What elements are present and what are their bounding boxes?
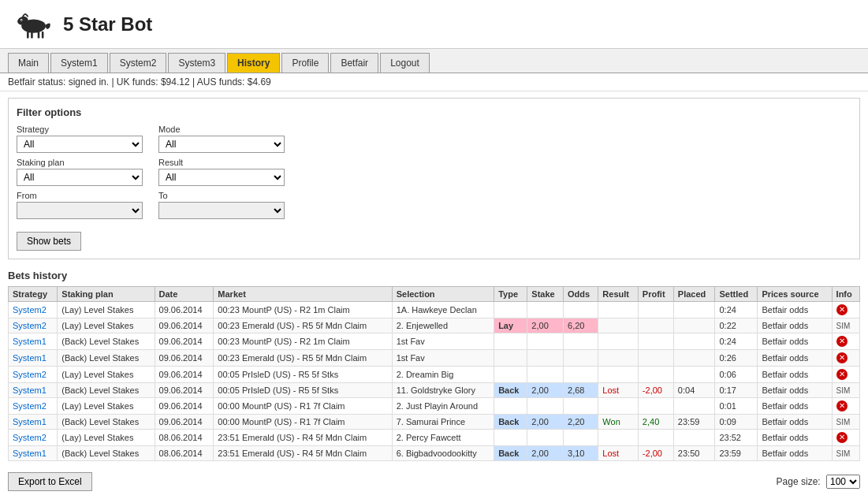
cell-stake: [527, 302, 564, 318]
cell-prices-source: Betfair odds: [758, 367, 832, 383]
cell-settled: 0:26: [715, 350, 758, 367]
tab-betfair[interactable]: Betfair: [330, 53, 378, 73]
col-staking: Staking plan: [58, 287, 155, 302]
tab-history[interactable]: History: [227, 53, 280, 73]
cell-info: ✕: [832, 367, 859, 383]
strategy-link[interactable]: System2: [13, 370, 47, 379]
cell-info: ✕: [832, 350, 859, 367]
col-prices-source: Prices source: [758, 287, 832, 302]
filter-title: Filter options: [17, 106, 851, 118]
strategy-link[interactable]: System2: [13, 401, 47, 411]
cell-market: 00:23 Emerald (US) - R5 5f Mdn Claim: [214, 318, 392, 333]
cell-placed: [673, 430, 715, 446]
strategy-select[interactable]: All: [17, 136, 143, 153]
delete-icon[interactable]: ✕: [836, 369, 848, 380]
svg-rect-3: [31, 32, 33, 39]
tab-logout[interactable]: Logout: [380, 53, 430, 73]
delete-icon[interactable]: ✕: [836, 336, 848, 347]
cell-result: [598, 430, 639, 446]
cell-settled: 0:24: [715, 333, 758, 350]
tab-profile[interactable]: Profile: [281, 53, 329, 73]
mode-select[interactable]: All: [158, 136, 285, 153]
staking-select[interactable]: All: [17, 169, 143, 186]
export-excel-button[interactable]: Export to Excel: [8, 472, 92, 491]
cell-prices-source: Betfair odds: [758, 398, 832, 415]
cell-selection: 2. Percy Fawcett: [392, 430, 494, 446]
cell-strategy: System2: [9, 398, 58, 415]
cell-profit: [638, 302, 673, 318]
strategy-link[interactable]: System1: [13, 449, 47, 458]
status-text: Betfair status: signed in. | UK funds: $…: [8, 76, 271, 88]
strategy-link[interactable]: System1: [13, 337, 47, 346]
cell-staking: (Lay) Level Stakes: [58, 318, 155, 333]
filter-staking-group: Staking plan All: [17, 158, 143, 186]
filter-row-1: Strategy All Mode All: [17, 125, 851, 153]
cell-strategy: System2: [9, 367, 58, 383]
cell-odds: 2,68: [564, 383, 598, 398]
page-size-select[interactable]: 100 50 25: [826, 475, 860, 489]
nav-bar: Main System1 System2 System3 History Pro…: [0, 49, 868, 73]
col-type: Type: [494, 287, 527, 302]
cell-market: 00:23 MountP (US) - R2 1m Claim: [214, 302, 392, 318]
cell-date: 09.06.2014: [155, 350, 214, 367]
cell-odds: [564, 350, 598, 367]
cell-type: [494, 430, 527, 446]
to-select[interactable]: [158, 202, 285, 219]
delete-icon[interactable]: ✕: [836, 400, 848, 411]
filter-section: Filter options Strategy All Mode All Sta…: [8, 98, 860, 259]
strategy-link[interactable]: System2: [13, 321, 47, 330]
cell-type: [494, 333, 527, 350]
col-strategy: Strategy: [9, 287, 58, 302]
tab-main[interactable]: Main: [8, 53, 49, 73]
cell-result: [598, 333, 639, 350]
cell-staking: (Back) Level Stakes: [58, 333, 155, 350]
delete-icon[interactable]: ✕: [836, 304, 848, 315]
filter-to-group: To: [158, 191, 285, 219]
cell-prices-source: Betfair odds: [758, 302, 832, 318]
cell-placed: [673, 398, 715, 415]
cell-date: 09.06.2014: [155, 367, 214, 383]
cell-profit: -2,00: [638, 446, 673, 461]
svg-rect-5: [42, 32, 44, 39]
strategy-link[interactable]: System2: [13, 305, 47, 315]
filter-row-2: Staking plan All Result All: [17, 158, 851, 186]
from-label: From: [17, 191, 143, 200]
cell-result: [598, 350, 639, 367]
app-title: 5 Star Bot: [63, 13, 152, 35]
cell-strategy: System1: [9, 415, 58, 430]
cell-placed: 23:50: [673, 446, 715, 461]
bets-history-section: Bets history Strategy Staking plan Date …: [0, 266, 868, 465]
mode-label: Mode: [158, 125, 285, 134]
cell-type: Lay: [494, 318, 527, 333]
strategy-link[interactable]: System1: [13, 385, 47, 395]
cell-odds: [564, 333, 598, 350]
cell-profit: 2,40: [638, 415, 673, 430]
tab-system3[interactable]: System3: [168, 53, 225, 73]
strategy-link[interactable]: System2: [13, 433, 47, 442]
delete-icon[interactable]: ✕: [836, 432, 848, 443]
cell-type: Back: [494, 383, 527, 398]
cell-market: 00:05 PrIsleD (US) - R5 5f Stks: [214, 383, 392, 398]
cell-staking: (Back) Level Stakes: [58, 350, 155, 367]
cell-type: Back: [494, 415, 527, 430]
cell-prices-source: Betfair odds: [758, 383, 832, 398]
cell-staking: (Back) Level Stakes: [58, 446, 155, 461]
cell-profit: [638, 367, 673, 383]
cell-selection: 1st Fav: [392, 333, 494, 350]
cell-settled: 0:17: [715, 383, 758, 398]
svg-rect-2: [27, 32, 29, 39]
page-size-control: Page size: 100 50 25: [777, 475, 860, 489]
show-bets-button[interactable]: Show bets: [17, 232, 81, 251]
from-select[interactable]: [17, 202, 143, 219]
col-placed: Placed: [673, 287, 715, 302]
strategy-link[interactable]: System1: [13, 417, 47, 426]
result-select[interactable]: All: [158, 169, 285, 186]
cell-prices-source: Betfair odds: [758, 318, 832, 333]
cell-date: 09.06.2014: [155, 383, 214, 398]
tab-system1[interactable]: System1: [50, 53, 108, 73]
strategy-link[interactable]: System1: [13, 353, 47, 363]
cell-info: ✕: [832, 333, 859, 350]
tab-system2[interactable]: System2: [110, 53, 167, 73]
delete-icon[interactable]: ✕: [836, 352, 848, 363]
cell-result: Won: [598, 415, 639, 430]
